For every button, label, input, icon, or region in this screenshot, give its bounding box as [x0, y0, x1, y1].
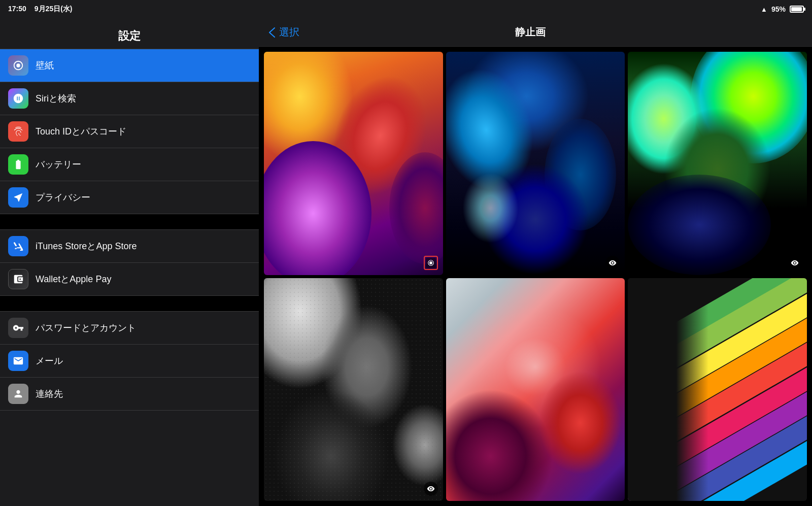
sidebar-item-wallpaper[interactable]: 壁紙 — [0, 49, 259, 82]
wallet-icon — [8, 269, 28, 289]
status-left: 17:50 9月25日(水) — [8, 5, 73, 14]
privacy-label: プライバシー — [36, 191, 90, 204]
battery-settings-icon — [8, 154, 28, 175]
svg-point-1 — [429, 261, 432, 264]
appstore-icon — [8, 236, 28, 256]
appstore-label: iTunes StoreとApp Store — [36, 240, 137, 252]
wallpaper-item-1[interactable] — [264, 52, 443, 275]
status-right: ▲ 95% — [761, 5, 804, 13]
battery-icon — [790, 6, 804, 13]
siri-icon — [8, 88, 28, 109]
back-button[interactable]: 選択 — [269, 25, 299, 39]
eye-indicator-3 — [788, 256, 802, 270]
passwords-icon — [8, 318, 28, 338]
privacy-icon — [8, 187, 28, 208]
right-title: 静止画 — [299, 25, 761, 39]
wallpaper-item-5[interactable] — [446, 278, 625, 501]
battery-fill — [791, 7, 802, 11]
wallpaper-item-4[interactable] — [264, 278, 443, 501]
time-display: 17:50 — [8, 5, 26, 14]
wallpaper-label: 壁紙 — [36, 59, 54, 72]
right-header: 選択 静止画 — [259, 18, 812, 47]
wallpaper-icon — [8, 55, 28, 76]
sidebar-section-2: iTunes StoreとApp Store WalletとApple Pay — [0, 229, 259, 296]
sidebar-section-1: 壁紙 Siriと検索 Touch IDとパスコード バッテリー — [0, 49, 259, 214]
sidebar-section-3: パスワードとアカウント メール 連絡先 — [0, 311, 259, 411]
right-panel: 選択 静止画 — [259, 18, 812, 506]
passwords-label: パスワードとアカウント — [36, 322, 136, 334]
sidebar-item-battery[interactable]: バッテリー — [0, 148, 259, 181]
sidebar-item-contacts[interactable]: 連絡先 — [0, 378, 259, 411]
wallpaper-item-3[interactable] — [628, 52, 807, 275]
sidebar-item-passwords[interactable]: パスワードとアカウント — [0, 312, 259, 345]
sidebar: 設定 壁紙 Siriと検索 Touch IDとパスコード — [0, 18, 259, 506]
touchid-label: Touch IDとパスコード — [36, 125, 126, 138]
main-container: 設定 壁紙 Siriと検索 Touch IDとパスコード — [0, 18, 812, 506]
wallpaper-item-6[interactable] — [628, 278, 807, 501]
date-display: 9月25日(水) — [35, 5, 73, 14]
battery-pct: 95% — [771, 5, 786, 13]
sidebar-item-siri[interactable]: Siriと検索 — [0, 82, 259, 115]
mail-icon — [8, 351, 28, 371]
selected-indicator — [424, 256, 438, 270]
eye-indicator-4 — [424, 482, 438, 496]
siri-label: Siriと検索 — [36, 92, 76, 105]
sidebar-item-privacy[interactable]: プライバシー — [0, 181, 259, 214]
sidebar-item-appstore[interactable]: iTunes StoreとApp Store — [0, 230, 259, 263]
eye-indicator-2 — [605, 256, 620, 270]
contacts-icon — [8, 384, 28, 404]
contacts-label: 連絡先 — [36, 388, 63, 400]
wallet-label: WalletとApple Pay — [36, 273, 111, 285]
sidebar-gap-1 — [0, 214, 259, 229]
touchid-icon — [8, 121, 28, 142]
sidebar-item-mail[interactable]: メール — [0, 345, 259, 378]
sidebar-header: 設定 — [0, 18, 259, 49]
back-label: 選択 — [279, 25, 299, 39]
svg-point-0 — [16, 63, 20, 67]
wifi-icon: ▲ — [761, 6, 767, 13]
sidebar-gap-2 — [0, 296, 259, 311]
sidebar-title: 設定 — [8, 28, 251, 44]
sidebar-item-wallet[interactable]: WalletとApple Pay — [0, 263, 259, 296]
sidebar-item-touchid[interactable]: Touch IDとパスコード — [0, 115, 259, 148]
wallpaper-item-2[interactable] — [446, 52, 625, 275]
battery-label: バッテリー — [36, 158, 81, 171]
wallpaper-grid — [259, 47, 812, 506]
status-bar: 17:50 9月25日(水) ▲ 95% — [0, 0, 812, 18]
mail-label: メール — [36, 355, 63, 367]
